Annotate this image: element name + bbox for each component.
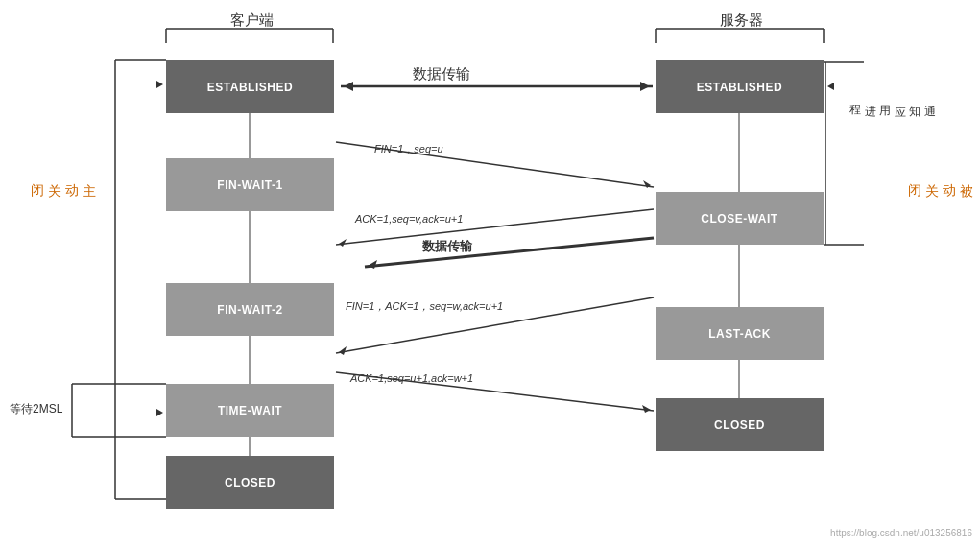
- svg-marker-9: [156, 81, 163, 88]
- server-label: 服务器: [720, 12, 763, 30]
- watermark: https://blog.csdn.net/u013256816: [830, 528, 972, 538]
- data-transfer-main-label: 数据传输: [413, 65, 470, 83]
- svg-marker-24: [339, 239, 347, 247]
- server-lastack: LAST-ACK: [656, 307, 824, 360]
- svg-marker-13: [156, 409, 163, 416]
- notify-app-label: 通知应用进程: [847, 96, 937, 97]
- svg-marker-20: [640, 82, 650, 91]
- fin1-label: FIN=1，seq=u: [374, 142, 443, 156]
- ack2-label: ACK=1,seq=u+1,ack=w+1: [350, 372, 473, 384]
- fin-ack-label: FIN=1，ACK=1，seq=w,ack=u+1: [346, 299, 503, 314]
- passive-close-label: 被动关闭: [906, 173, 975, 175]
- svg-marker-19: [344, 82, 353, 91]
- server-closed: CLOSED: [656, 398, 824, 451]
- svg-marker-22: [643, 180, 651, 188]
- svg-marker-17: [827, 83, 834, 90]
- svg-marker-30: [642, 405, 651, 413]
- server-closewait: CLOSE-WAIT: [656, 192, 824, 245]
- active-close-label: 主动关闭: [29, 173, 98, 175]
- client-label: 客户端: [230, 12, 274, 30]
- svg-line-25: [365, 238, 654, 267]
- client-finwait1: FIN-WAIT-1: [166, 158, 334, 211]
- diagram-container: 客户端 服务器 主动关闭 被动关闭 通知应用进程 等待2MSL 数据传输 EST…: [0, 0, 980, 546]
- arrows-svg: [0, 0, 980, 546]
- client-closed: CLOSED: [166, 456, 334, 509]
- client-finwait2: FIN-WAIT-2: [166, 283, 334, 336]
- ack1-label: ACK=1,seq=v,ack=u+1: [355, 213, 463, 225]
- svg-marker-26: [368, 260, 377, 269]
- client-established: ESTABLISHED: [166, 60, 334, 113]
- wait-2msl-label: 等待2MSL: [10, 401, 62, 417]
- svg-marker-28: [339, 346, 347, 355]
- server-established: ESTABLISHED: [656, 60, 824, 113]
- data-transfer-arrow-label: 数据传输: [422, 238, 472, 255]
- client-timewait: TIME-WAIT: [166, 384, 334, 437]
